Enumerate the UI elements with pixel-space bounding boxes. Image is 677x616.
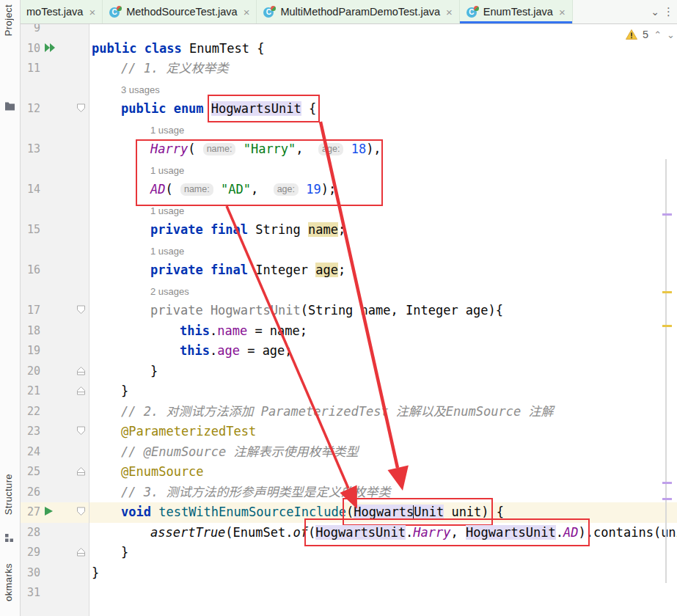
fold-marker[interactable] — [76, 422, 86, 431]
hidden-tabs-chevron-icon[interactable]: ⌄ — [651, 0, 659, 23]
code-line: 15private final String name; — [0, 220, 677, 241]
run-test-gutter[interactable] — [44, 502, 54, 514]
next-warning-icon[interactable]: ⌄ — [667, 29, 675, 40]
code-line: 16private final Integer age; — [0, 260, 677, 281]
code-token: ( — [346, 505, 354, 519]
usages-inlay-hint[interactable]: 2 usages — [150, 286, 189, 297]
code-token: } — [92, 565, 99, 580]
code-token: // 1. 定义枚举类 — [121, 61, 228, 76]
fold-collapse-icon[interactable] — [76, 305, 86, 315]
code-line: 23@ParameterizedTest — [0, 422, 677, 442]
code-token: ); — [321, 182, 336, 197]
code-text: 1 usage — [150, 241, 184, 262]
tab-enumtest-java[interactable]: CEnumTest.java× — [460, 0, 573, 23]
code-token: ) — [579, 525, 586, 540]
fold-collapse-icon[interactable] — [76, 426, 86, 436]
error-stripe-mark[interactable] — [662, 325, 672, 327]
code-token: void — [121, 505, 158, 519]
inspections-widget[interactable]: 5 ⌃ ⌄ — [626, 29, 675, 40]
code-text: assertTrue(EnumSet.of(HogwartsUnit.Harry… — [150, 523, 677, 543]
code-token — [299, 182, 306, 197]
line-number: 29 — [20, 543, 40, 563]
run-class-gutter[interactable] — [44, 39, 56, 51]
code-token: 19 — [306, 182, 321, 197]
code-line: 12public enum HogwartsUnit { — [0, 99, 677, 120]
fold-collapse-icon[interactable] — [76, 507, 86, 516]
code-token: ; — [338, 222, 345, 237]
fold-marker[interactable] — [76, 502, 86, 512]
fold-marker[interactable] — [76, 362, 86, 371]
line-number: 19 — [20, 341, 40, 362]
usages-inlay-hint[interactable]: 1 usage — [150, 205, 184, 216]
tab-motest-java[interactable]: moTest.java× — [20, 0, 103, 23]
warning-count: 5 — [643, 29, 648, 40]
structure-icon[interactable] — [4, 533, 14, 543]
fold-marker[interactable] — [76, 462, 86, 472]
tab-multimethodparamdemotest-java[interactable]: CMultiMethodParamDemoTest.java× — [257, 0, 459, 23]
editor-options-menu-icon[interactable]: ⋮ — [663, 0, 674, 23]
error-stripe-mark[interactable] — [662, 498, 672, 500]
code-editor[interactable]: 910public class EnumTest {11// 1. 定义枚举类3… — [0, 18, 677, 604]
line-number: 11 — [20, 59, 40, 79]
editor-tab-bar: moTest.java×CMethodSourceTest.java×CMult… — [20, 0, 677, 24]
code-token — [343, 142, 351, 156]
code-token: EnumTest { — [189, 41, 264, 56]
tool-window-button-project[interactable]: Project — [3, 4, 14, 36]
code-token: this — [180, 323, 210, 338]
code-text: // 2. 对测试方法添加 ParameterizedTest 注解以及Enum… — [121, 402, 553, 422]
code-line: 20} — [0, 362, 677, 382]
fold-expand-icon[interactable] — [76, 466, 86, 476]
run-class-icon[interactable] — [44, 43, 56, 53]
tab-methodsourcetest-java[interactable]: CMethodSourceTest.java× — [103, 0, 257, 23]
code-token: } — [121, 384, 128, 398]
fold-expand-icon[interactable] — [76, 386, 86, 395]
tab-close-icon[interactable]: × — [244, 7, 250, 18]
fold-marker[interactable] — [76, 381, 86, 391]
line-number: 17 — [20, 301, 40, 321]
code-token: private final — [150, 263, 255, 277]
tab-close-icon[interactable]: × — [559, 7, 566, 18]
tool-window-button-structure[interactable]: Structure — [3, 474, 14, 515]
folder-icon[interactable] — [4, 101, 15, 111]
code-text: this.age = age; — [180, 341, 293, 362]
error-stripe-mark[interactable] — [662, 291, 672, 293]
usages-inlay-hint[interactable]: 1 usage — [150, 125, 184, 136]
code-line: 24// @EnumSource 注解表示使用枚举类型 — [0, 442, 677, 463]
code-line: 14AD( name: "AD", age: 19); — [0, 180, 677, 200]
test-class-icon: C — [109, 6, 122, 18]
fold-collapse-icon[interactable] — [76, 103, 86, 113]
run-test-icon[interactable] — [44, 506, 54, 516]
code-text: 1 usage — [150, 120, 184, 141]
code-text: } — [92, 563, 99, 584]
code-token: private HogwartsUnit — [150, 303, 301, 318]
code-text: AD( name: "AD", age: 19); — [150, 180, 336, 200]
fold-marker[interactable] — [76, 543, 86, 552]
code-token: (EnumSet. — [225, 525, 293, 540]
tab-close-icon[interactable]: × — [89, 7, 95, 18]
code-line: 30} — [0, 563, 677, 584]
tab-close-icon[interactable]: × — [446, 7, 453, 18]
usages-inlay-hint[interactable]: 1 usage — [150, 246, 184, 257]
fold-expand-icon[interactable] — [76, 366, 86, 375]
prev-warning-icon[interactable]: ⌃ — [654, 29, 662, 40]
code-line: 19this.age = age; — [0, 341, 677, 362]
usages-inlay-hint[interactable]: 3 usages — [121, 84, 160, 95]
code-token — [213, 182, 221, 197]
code-line: 29} — [0, 543, 677, 563]
error-stripe-mark[interactable] — [662, 213, 672, 216]
inlay-usages-row: 1 usage — [0, 241, 677, 261]
code-token: ), — [366, 142, 381, 156]
code-text: } — [121, 381, 128, 402]
usages-inlay-hint[interactable]: 1 usage — [150, 165, 184, 176]
tool-window-button-bookmarks[interactable]: okmarks — [3, 563, 14, 601]
editor-scrollbar[interactable] — [665, 159, 667, 583]
code-token: 18 — [351, 142, 366, 156]
fold-marker[interactable] — [76, 99, 86, 109]
code-text: public class EnumTest { — [92, 39, 264, 59]
code-token: { — [301, 101, 316, 116]
error-stripe-mark[interactable] — [662, 482, 672, 484]
fold-expand-icon[interactable] — [76, 547, 86, 557]
fold-marker[interactable] — [76, 301, 86, 310]
code-line: 21} — [0, 381, 677, 402]
tool-window-stripe: Project Structure okmarks — [0, 0, 21, 616]
